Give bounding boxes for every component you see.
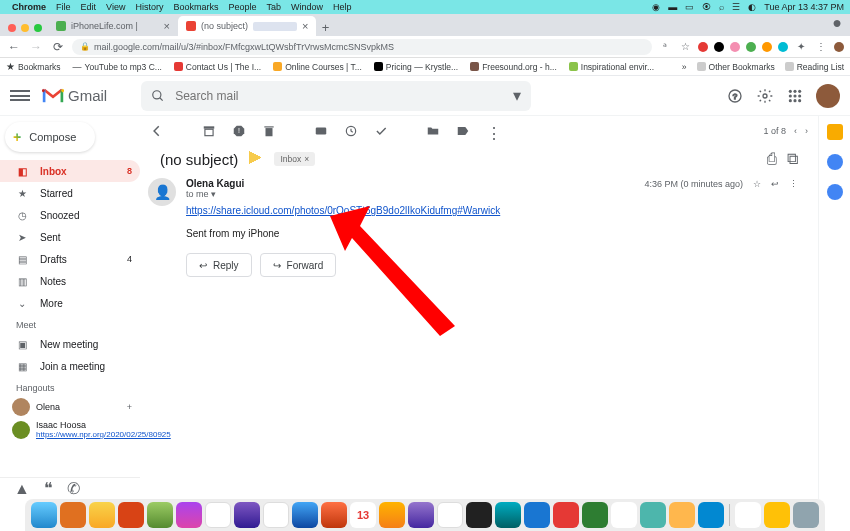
importance-icon[interactable]: ⯈ (248, 150, 264, 168)
bookmark-item[interactable]: Online Courses | T... (273, 62, 362, 72)
messages-icon[interactable] (147, 502, 173, 528)
chrome-icon[interactable] (611, 502, 637, 528)
person-icon[interactable]: ▲ (14, 480, 30, 498)
extension-icon[interactable] (730, 42, 740, 52)
app-icon[interactable] (321, 502, 347, 528)
account-avatar[interactable] (816, 84, 840, 108)
app-icon[interactable] (669, 502, 695, 528)
sidebar-starred[interactable]: ★Starred (0, 182, 140, 204)
notes-icon[interactable] (263, 502, 289, 528)
help-menu[interactable]: Help (333, 2, 352, 12)
account-switch-icon[interactable]: ● (832, 14, 850, 36)
new-tab-button[interactable]: + (316, 18, 334, 36)
bookmark-item[interactable]: Inspirational envir... (569, 62, 654, 72)
calendar-icon[interactable] (827, 124, 843, 140)
gmail-logo[interactable]: Gmail (42, 87, 107, 104)
keep-icon[interactable] (827, 154, 843, 170)
reading-list[interactable]: Reading List (785, 62, 844, 72)
search-input[interactable] (175, 89, 503, 103)
sidebar-more[interactable]: ⌄More (0, 292, 140, 314)
translate-icon[interactable]: ᵃ (658, 40, 672, 54)
tab-gmail[interactable]: (no subject) × (178, 16, 316, 36)
other-bookmarks[interactable]: Other Bookmarks (697, 62, 775, 72)
star-icon[interactable]: ☆ (753, 179, 761, 189)
bookmarks-menu[interactable]: Bookmarks (173, 2, 218, 12)
details-toggle-icon[interactable]: ▾ (211, 189, 216, 199)
hangouts-icon[interactable]: ❝ (44, 479, 53, 498)
snooze-icon[interactable] (344, 124, 358, 138)
chrome-menu-icon[interactable]: ⋮ (814, 40, 828, 54)
add-task-icon[interactable] (374, 124, 388, 138)
extensions-icon[interactable]: ✦ (794, 40, 808, 54)
siri-icon[interactable]: ◐ (748, 2, 756, 12)
popout-icon[interactable]: ⧉ (787, 150, 798, 168)
reload-button[interactable]: ⟳ (50, 39, 66, 55)
delete-icon[interactable] (262, 124, 276, 138)
bookmark-item[interactable]: Contact Us | The I... (174, 62, 261, 72)
app-icon[interactable] (640, 502, 666, 528)
edit-menu[interactable]: Edit (81, 2, 97, 12)
tab-iphonelife[interactable]: iPhoneLife.com | × (48, 16, 178, 36)
support-icon[interactable]: ? (726, 87, 744, 105)
more-icon[interactable]: ⋮ (789, 179, 798, 189)
back-icon[interactable] (150, 124, 164, 138)
tv-icon[interactable] (466, 502, 492, 528)
close-tab-icon[interactable]: × (302, 20, 308, 32)
word-icon[interactable] (524, 502, 550, 528)
star-icon[interactable]: ☆ (678, 40, 692, 54)
more-icon[interactable]: ⋮ (486, 124, 500, 138)
search-icon[interactable] (151, 89, 165, 103)
app-icon[interactable] (437, 502, 463, 528)
maximize-window-button[interactable] (34, 24, 42, 32)
bookmark-item[interactable]: ★Bookmarks (6, 61, 61, 72)
back-button[interactable]: ← (6, 39, 22, 55)
apps-icon[interactable] (786, 87, 804, 105)
people-menu[interactable]: People (228, 2, 256, 12)
forward-button[interactable]: ↪Forward (260, 253, 337, 277)
profile-icon[interactable] (834, 42, 844, 52)
safari-icon[interactable] (292, 502, 318, 528)
app-icon[interactable] (379, 502, 405, 528)
settings-icon[interactable] (756, 87, 774, 105)
tasks-icon[interactable] (827, 184, 843, 200)
bookmarks-overflow[interactable]: » (682, 62, 687, 72)
app-icon[interactable] (735, 502, 761, 528)
search-bar[interactable]: ▾ (141, 81, 531, 111)
reply-button[interactable]: ↩Reply (186, 253, 252, 277)
clock[interactable]: Tue Apr 13 4:37 PM (764, 2, 844, 12)
battery-icon[interactable]: ▭ (685, 2, 694, 12)
sidebar-drafts[interactable]: ▤Drafts4 (0, 248, 140, 270)
extension-icon[interactable] (762, 42, 772, 52)
file-menu[interactable]: File (56, 2, 71, 12)
mail-icon[interactable] (205, 502, 231, 528)
flag-icon[interactable]: ▬ (668, 2, 677, 12)
archive-icon[interactable] (202, 124, 216, 138)
minimize-window-button[interactable] (21, 24, 29, 32)
app-icon[interactable] (89, 502, 115, 528)
record-icon[interactable]: ◉ (652, 2, 660, 12)
bookmark-item[interactable]: —YouTube to mp3 C... (73, 62, 162, 72)
hamburger-menu-icon[interactable] (10, 90, 30, 101)
finder-icon[interactable] (31, 502, 57, 528)
sidebar-sent[interactable]: ➤Sent (0, 226, 140, 248)
app-icon[interactable] (60, 502, 86, 528)
sidebar-snoozed[interactable]: ◷Snoozed (0, 204, 140, 226)
app-icon[interactable] (408, 502, 434, 528)
close-window-button[interactable] (8, 24, 16, 32)
extension-icon[interactable] (698, 42, 708, 52)
calendar-icon[interactable]: 13 (350, 502, 376, 528)
window-menu[interactable]: Window (291, 2, 323, 12)
app-icon[interactable] (698, 502, 724, 528)
sender-avatar[interactable]: 👤 (148, 178, 176, 206)
control-center-icon[interactable]: ☰ (732, 2, 740, 12)
spotlight-icon[interactable]: ⌕ (719, 2, 724, 12)
extension-icon[interactable] (746, 42, 756, 52)
move-icon[interactable] (426, 124, 440, 138)
app-icon[interactable] (176, 502, 202, 528)
join-meeting[interactable]: ▦Join a meeting (0, 355, 140, 377)
shared-link[interactable]: https://share.icloud.com/photos/0rQoSTt6… (186, 205, 500, 216)
mark-unread-icon[interactable] (314, 124, 328, 138)
prev-icon[interactable]: ‹ (794, 126, 797, 136)
new-meeting[interactable]: ▣New meeting (0, 333, 140, 355)
next-icon[interactable]: › (805, 126, 808, 136)
